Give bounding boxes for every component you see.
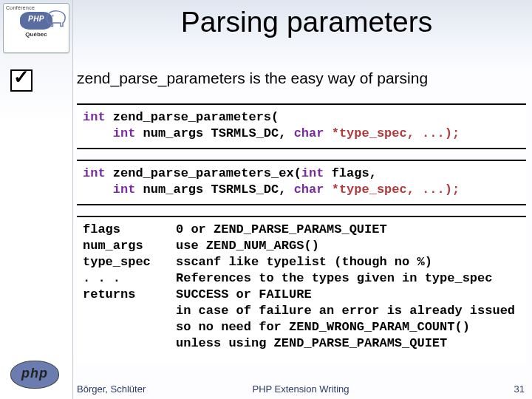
footer: Börger, Schlüter PHP Extension Writing 3… — [77, 383, 525, 395]
conference-city: Québec — [4, 31, 69, 38]
slide-root: Conférence Québec Parsing parameters zen… — [0, 0, 532, 399]
footer-title: PHP Extension Writing — [77, 383, 525, 395]
param-key: num_args — [83, 238, 171, 254]
tok: num_args TSRMLS_DC, — [135, 183, 293, 197]
tok: flags, — [324, 166, 376, 180]
param-val: use ZEND_NUM_ARGS() — [176, 238, 520, 254]
param-key — [83, 319, 171, 335]
param-key: returns — [83, 287, 171, 303]
kw: int — [301, 166, 324, 180]
params-block: flags0 or ZEND_PARSE_PARAMS_QUIET num_ar… — [77, 216, 526, 364]
param-key: flags — [83, 222, 171, 238]
kw: int — [83, 166, 106, 180]
param-key: . . . — [83, 270, 171, 287]
tok: num_args TSRMLS_DC, — [135, 126, 293, 140]
kw: char — [294, 183, 324, 197]
kw: char — [294, 126, 324, 140]
kw: int — [113, 183, 136, 197]
svg-point-0 — [52, 15, 53, 16]
param-val: SUCCESS or FAILURE — [176, 287, 520, 303]
tok: *type_spec, ...); — [324, 183, 460, 197]
elephpant-icon — [45, 8, 67, 29]
param-val: 0 or ZEND_PARSE_PARAMS_QUIET — [176, 222, 520, 238]
tok: zend_parse_parameters_ex( — [106, 166, 301, 180]
param-key — [83, 335, 171, 352]
param-key: type_spec — [83, 254, 171, 270]
kw: int — [113, 126, 136, 140]
bullet-text: zend_parse_parameters is the easy way of… — [77, 69, 526, 87]
slide-title: Parsing parameters — [89, 6, 525, 38]
tok: *type_spec, ...); — [324, 126, 460, 140]
param-val: unless using ZEND_PARSE_PARAMS_QUIET — [176, 335, 520, 352]
sidebar: Conférence Québec — [0, 0, 73, 399]
php-logo-icon — [10, 361, 59, 389]
param-val: sscanf like typelist (though no %) — [176, 254, 520, 270]
param-key — [83, 303, 171, 319]
kw: int — [83, 110, 106, 124]
conference-logo: Conférence Québec — [3, 3, 69, 53]
code-block-1: int zend_parse_parameters( int num_args … — [77, 103, 526, 149]
param-val: References to the types given in type_sp… — [176, 270, 520, 287]
tok: zend_parse_parameters( — [106, 110, 279, 124]
checkbox-icon — [10, 69, 33, 92]
param-val: so no need for ZEND_WRONG_PARAM_COUNT() — [176, 319, 520, 335]
code-block-2: int zend_parse_parameters_ex(int flags, … — [77, 160, 526, 205]
param-val: in case of failure an error is already i… — [176, 303, 520, 319]
